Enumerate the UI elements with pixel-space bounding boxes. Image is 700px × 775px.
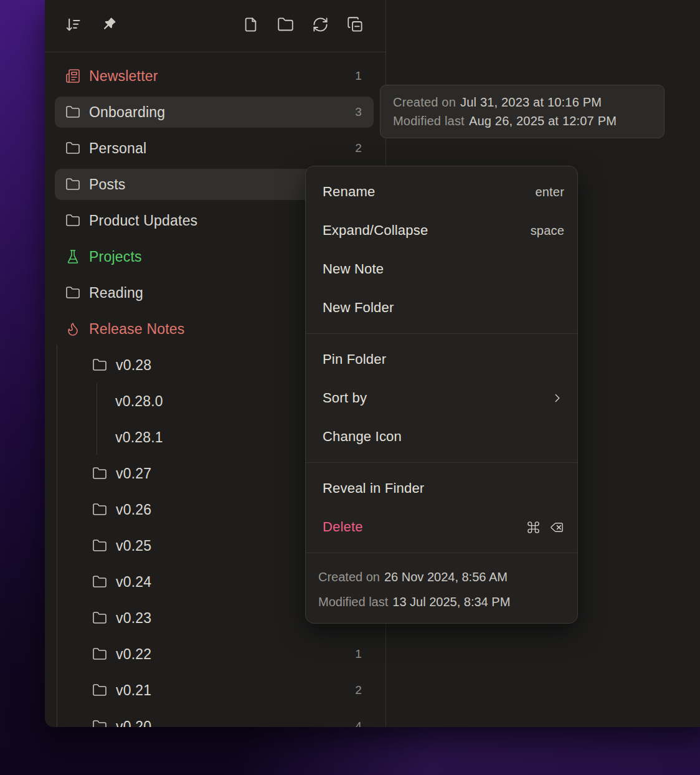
folder-icon (92, 647, 107, 662)
toolbar-button-new-folder[interactable] (277, 16, 294, 36)
menu-item-label: Pin Folder (323, 351, 386, 368)
created-label: Created on (318, 570, 380, 584)
folder-icon (92, 574, 107, 589)
modified-label: Modified last (393, 114, 465, 128)
folder-icon (92, 611, 107, 625)
modified-line: Modified last13 Jul 2025, 8:34 PM (306, 589, 577, 614)
folder-icon (92, 719, 107, 727)
created-value: 26 Nov 2024, 8:56 AM (384, 570, 508, 584)
menu-group: Pin FolderSort byChange Icon (306, 334, 577, 462)
menu-item-rename[interactable]: Renameenter (306, 173, 577, 211)
note-count-badge: 1 (355, 69, 362, 83)
created-label: Created on (393, 95, 456, 109)
sidebar-item-v0-22[interactable]: v0.221 (55, 639, 374, 670)
collapse-all-icon (347, 16, 364, 33)
folder-icon (92, 538, 107, 553)
folder-label: v0.20 (116, 718, 151, 728)
menu-item-label: New Folder (323, 300, 394, 316)
sidebar-item-v0-20[interactable]: v0.204 (55, 711, 374, 727)
new-note-icon (242, 16, 259, 33)
folder-icon (65, 141, 80, 156)
toolbar-button-sort-descending[interactable] (64, 16, 82, 36)
menu-item-new-folder[interactable]: New Folder (306, 288, 577, 327)
folder-label: Newsletter (89, 68, 158, 85)
folder-label: Product Updates (89, 212, 197, 229)
folder-icon (65, 105, 80, 120)
sidebar-item-onboarding[interactable]: Onboarding3 (55, 97, 374, 128)
folder-label: v0.28 (116, 357, 151, 374)
folder-label: Projects (89, 249, 142, 265)
backspace-icon (550, 520, 564, 535)
created-value: Jul 31, 2023 at 10:16 PM (460, 95, 602, 109)
sort-descending-icon (64, 16, 82, 34)
folder-icon (65, 177, 80, 192)
menu-item-label: Sort by (323, 390, 367, 406)
note-count-badge: 2 (355, 141, 362, 155)
folder-label: v0.27 (116, 465, 151, 482)
shortcut-hint: enter (535, 185, 564, 199)
sidebar-item-v0-21[interactable]: v0.212 (55, 675, 374, 706)
modified-label: Modified last (318, 595, 388, 609)
folder-label: v0.28.0 (115, 393, 163, 410)
folder-label: v0.21 (116, 682, 151, 699)
command-icon (526, 520, 541, 535)
folder-label: Release Notes (89, 321, 184, 338)
folder-label: Onboarding (89, 104, 165, 121)
new-folder-icon (277, 16, 294, 33)
menu-footer-metadata: Created on26 Nov 2024, 8:56 AMModified l… (306, 553, 577, 623)
menu-item-label: New Note (323, 261, 384, 277)
folder-icon (92, 358, 107, 373)
menu-item-label: Delete (323, 519, 363, 535)
folder-label: Personal (89, 140, 146, 157)
menu-item-change-icon[interactable]: Change Icon (306, 417, 577, 456)
toolbar-button-new-note[interactable] (242, 16, 259, 36)
folder-label: v0.28.1 (115, 429, 163, 446)
toolbar-button-pin[interactable] (100, 16, 117, 36)
toolbar-button-collapse-all[interactable] (347, 16, 364, 36)
folder-icon (65, 213, 80, 228)
menu-item-delete[interactable]: Delete (306, 508, 577, 546)
menu-item-label: Expand/Collapse (323, 222, 428, 239)
shortcut-hint (526, 520, 564, 535)
flame-icon (65, 321, 80, 336)
note-count-badge: 2 (355, 683, 362, 697)
sync-icon (312, 16, 329, 33)
menu-item-sort-by[interactable]: Sort by (306, 379, 577, 417)
sidebar-item-personal[interactable]: Personal2 (55, 133, 374, 164)
menu-item-new-note[interactable]: New Note (306, 250, 577, 288)
menu-item-label: Reveal in Finder (323, 480, 424, 497)
folder-icon (65, 285, 80, 300)
note-count-badge: 1 (355, 647, 362, 661)
menu-group: Reveal in FinderDelete (306, 463, 577, 553)
shortcut-hint: space (531, 224, 564, 238)
folder-label: v0.23 (116, 610, 151, 627)
modified-line: Modified lastAug 26, 2025 at 12:07 PM (393, 114, 664, 128)
menu-item-label: Change Icon (323, 429, 402, 445)
chevron-right-icon (551, 391, 564, 405)
flask-icon (65, 249, 80, 264)
sidebar-item-newsletter[interactable]: Newsletter1 (55, 60, 374, 92)
folder-label: v0.22 (116, 646, 151, 663)
folder-icon (92, 502, 107, 517)
folder-label: v0.25 (116, 538, 151, 554)
toolbar-right-group (242, 16, 364, 36)
modified-value: 13 Jul 2025, 8:34 PM (392, 595, 510, 609)
folder-label: Posts (89, 176, 126, 193)
menu-item-expand-collapse[interactable]: Expand/Collapsespace (306, 211, 577, 250)
folder-label: Reading (89, 285, 143, 302)
menu-item-pin-folder[interactable]: Pin Folder (306, 340, 577, 379)
menu-item-reveal-in-finder[interactable]: Reveal in Finder (306, 469, 577, 508)
newspaper-icon (65, 69, 80, 83)
menu-item-label: Rename (323, 184, 375, 200)
pin-icon (100, 16, 117, 34)
sidebar-toolbar (45, 0, 385, 52)
toolbar-button-sync[interactable] (312, 16, 329, 36)
metadata-tooltip: Created onJul 31, 2023 at 10:16 PM Modif… (380, 85, 665, 138)
menu-group: RenameenterExpand/CollapsespaceNew NoteN… (306, 166, 577, 333)
modified-value: Aug 26, 2025 at 12:07 PM (469, 114, 617, 128)
created-line: Created onJul 31, 2023 at 10:16 PM (393, 95, 664, 110)
folder-icon (92, 466, 107, 481)
folder-context-menu: RenameenterExpand/CollapsespaceNew NoteN… (305, 166, 578, 624)
folder-label: v0.26 (116, 502, 151, 518)
note-count-badge: 4 (355, 720, 362, 727)
